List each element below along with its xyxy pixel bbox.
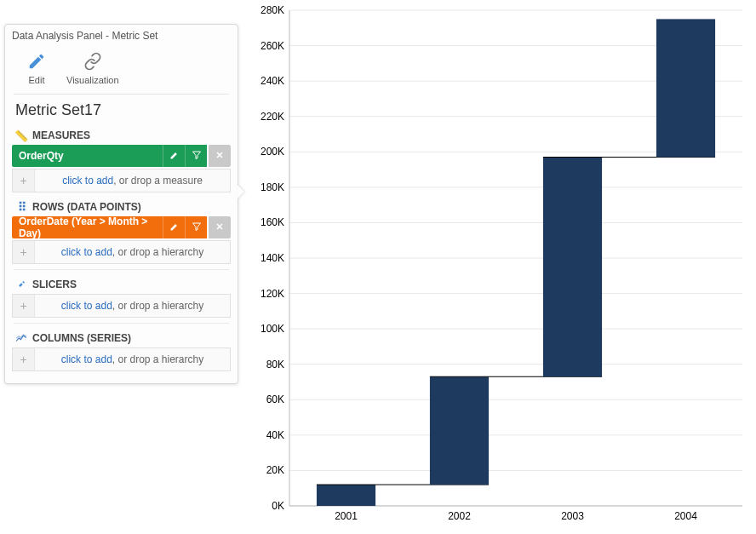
brush-icon bbox=[15, 278, 27, 290]
plus-icon: + bbox=[20, 353, 26, 366]
columns-drop-text: click to add, or drop a hierarchy bbox=[35, 353, 230, 365]
measures-add-button[interactable]: + bbox=[13, 169, 35, 192]
measures-add-link[interactable]: click to add bbox=[62, 175, 113, 187]
columns-header-label: COLUMNS (SERIES) bbox=[32, 332, 131, 344]
measures-section: 📏 MEASURES OrderQty + click to add, or d… bbox=[12, 126, 231, 192]
section-divider bbox=[14, 269, 229, 270]
panel-toolbar: Edit Visualization bbox=[14, 45, 229, 95]
rows-filter-button[interactable] bbox=[185, 216, 207, 238]
measures-dropzone[interactable]: + click to add, or drop a measure bbox=[12, 169, 231, 192]
y-tick-label: 40K bbox=[266, 429, 284, 441]
x-tick-label: 2002 bbox=[448, 510, 471, 522]
measures-header-label: MEASURES bbox=[32, 129, 90, 141]
visualization-label: Visualization bbox=[66, 75, 119, 85]
y-tick-label: 220K bbox=[261, 111, 284, 123]
measure-remove-button[interactable] bbox=[209, 145, 231, 167]
columns-header: COLUMNS (SERIES) bbox=[12, 329, 231, 347]
filter-icon bbox=[192, 221, 202, 234]
section-divider bbox=[14, 323, 229, 324]
x-tick-label: 2004 bbox=[674, 510, 697, 522]
rows-chip-label: OrderDate (Year > Month > Day) bbox=[12, 216, 163, 238]
bar[interactable] bbox=[656, 19, 715, 157]
y-tick-label: 20K bbox=[266, 464, 284, 476]
ruler-icon: 📏 bbox=[15, 129, 27, 141]
bar[interactable] bbox=[317, 485, 375, 506]
rows-header-label: ROWS (DATA POINTS) bbox=[32, 201, 141, 213]
rows-remove-button[interactable] bbox=[209, 216, 231, 238]
rows-dropzone[interactable]: + click to add, or drop a hierarchy bbox=[12, 240, 231, 264]
y-tick-label: 140K bbox=[261, 252, 284, 264]
x-tick-label: 2003 bbox=[561, 510, 584, 522]
slicers-section: SLICERS + click to add, or drop a hierar… bbox=[12, 275, 231, 318]
y-tick-label: 160K bbox=[261, 216, 284, 228]
pencil-icon bbox=[27, 52, 46, 73]
x-tick-label: 2001 bbox=[335, 510, 358, 522]
filter-icon bbox=[192, 150, 202, 163]
rows-chip-orderdate[interactable]: OrderDate (Year > Month > Day) bbox=[12, 216, 231, 238]
rows-edit-button[interactable] bbox=[163, 216, 185, 238]
data-analysis-panel: Data Analysis Panel - Metric Set Edit Vi… bbox=[4, 24, 238, 384]
rows-add-button[interactable]: + bbox=[13, 241, 35, 263]
link-icon bbox=[83, 52, 102, 73]
y-tick-label: 120K bbox=[261, 288, 284, 300]
pencil-icon bbox=[169, 221, 180, 234]
y-tick-label: 0K bbox=[272, 500, 284, 512]
plus-icon: + bbox=[20, 299, 26, 313]
columns-add-link[interactable]: click to add bbox=[61, 353, 112, 365]
series-icon bbox=[15, 332, 27, 344]
y-tick-label: 240K bbox=[261, 75, 284, 87]
pencil-icon bbox=[169, 150, 180, 163]
panel-title: Data Analysis Panel - Metric Set bbox=[5, 25, 238, 45]
y-tick-label: 180K bbox=[261, 181, 284, 193]
close-icon bbox=[215, 150, 225, 163]
rows-drop-text: click to add, or drop a hierarchy bbox=[35, 246, 230, 258]
edit-button[interactable]: Edit bbox=[22, 49, 51, 89]
plus-icon: + bbox=[20, 174, 26, 187]
edit-label: Edit bbox=[29, 75, 45, 85]
slicers-header: SLICERS bbox=[12, 275, 231, 294]
y-tick-label: 100K bbox=[261, 323, 284, 335]
y-tick-label: 280K bbox=[261, 4, 284, 16]
measure-chip-orderqty[interactable]: OrderQty bbox=[12, 145, 231, 167]
close-icon bbox=[215, 221, 225, 234]
measure-edit-button[interactable] bbox=[163, 145, 185, 167]
rows-add-link[interactable]: click to add bbox=[61, 246, 112, 258]
panel-pointer bbox=[238, 185, 244, 198]
metric-set-name: Metric Set17 bbox=[5, 95, 238, 126]
measures-drop-text: click to add, or drop a measure bbox=[35, 175, 230, 187]
dots-icon: ⠿ bbox=[15, 201, 27, 213]
bar[interactable] bbox=[430, 376, 489, 485]
y-tick-label: 80K bbox=[266, 359, 284, 370]
columns-section: COLUMNS (SERIES) + click to add, or drop… bbox=[12, 329, 231, 371]
y-tick-label: 200K bbox=[261, 146, 284, 158]
measures-header: 📏 MEASURES bbox=[12, 126, 231, 145]
bar[interactable] bbox=[543, 158, 602, 377]
y-tick-label: 260K bbox=[261, 40, 284, 52]
rows-section: ⠿ ROWS (DATA POINTS) OrderDate (Year > M… bbox=[12, 198, 231, 264]
columns-dropzone[interactable]: + click to add, or drop a hierarchy bbox=[12, 347, 231, 371]
y-tick-label: 60K bbox=[266, 393, 284, 405]
columns-add-button[interactable]: + bbox=[13, 348, 35, 370]
measure-filter-button[interactable] bbox=[185, 145, 207, 167]
slicers-drop-text: click to add, or drop a hierarchy bbox=[35, 300, 230, 312]
slicers-add-link[interactable]: click to add bbox=[61, 300, 112, 312]
slicers-header-label: SLICERS bbox=[32, 278, 77, 290]
rows-header: ⠿ ROWS (DATA POINTS) bbox=[12, 198, 231, 216]
plus-icon: + bbox=[20, 245, 26, 259]
visualization-button[interactable]: Visualization bbox=[61, 49, 124, 89]
slicers-add-button[interactable]: + bbox=[13, 295, 35, 317]
measure-chip-label: OrderQty bbox=[12, 145, 163, 167]
waterfall-chart: 0K20K40K60K80K100K120K140K160K180K200K22… bbox=[252, 2, 751, 530]
slicers-dropzone[interactable]: + click to add, or drop a hierarchy bbox=[12, 294, 231, 318]
